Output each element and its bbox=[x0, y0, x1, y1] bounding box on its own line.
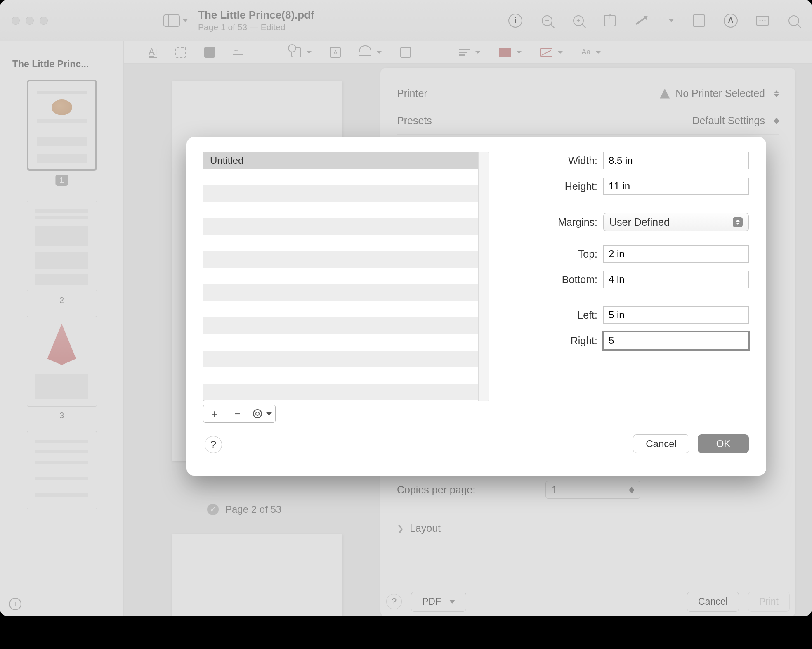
paper-size-dialog: Untitled + − Width: Height: Margins: bbox=[186, 137, 766, 476]
right-margin-field[interactable] bbox=[603, 332, 749, 349]
top-label: Top: bbox=[504, 248, 603, 260]
list-scrollbar[interactable] bbox=[478, 152, 489, 401]
height-field[interactable] bbox=[603, 178, 749, 195]
left-label: Left: bbox=[504, 309, 603, 321]
width-label: Width: bbox=[504, 155, 603, 167]
gear-icon bbox=[253, 409, 262, 418]
paper-size-list[interactable]: Untitled bbox=[203, 152, 489, 401]
app-window: The Little Prince(8).pdf Page 1 of 53 — … bbox=[0, 0, 812, 616]
updown-icon bbox=[733, 217, 743, 227]
cancel-button[interactable]: Cancel bbox=[633, 434, 689, 453]
dialog-separator bbox=[203, 428, 749, 428]
top-margin-field[interactable] bbox=[603, 245, 749, 263]
margins-label: Margins: bbox=[504, 216, 603, 228]
margins-value: User Defined bbox=[609, 216, 670, 228]
size-options-button[interactable] bbox=[249, 405, 276, 423]
list-edit-buttons: + − bbox=[203, 405, 276, 423]
help-icon[interactable]: ? bbox=[205, 436, 222, 453]
width-field[interactable] bbox=[603, 152, 749, 169]
chevron-down-icon bbox=[266, 412, 272, 415]
ok-button[interactable]: OK bbox=[698, 434, 749, 453]
bottom-label: Bottom: bbox=[504, 274, 603, 286]
remove-size-button[interactable]: − bbox=[226, 405, 249, 423]
add-size-button[interactable]: + bbox=[203, 405, 226, 423]
left-margin-field[interactable] bbox=[603, 306, 749, 324]
list-item[interactable]: Untitled bbox=[203, 152, 489, 169]
margins-selector[interactable]: User Defined bbox=[603, 213, 749, 231]
right-label: Right: bbox=[504, 335, 603, 347]
height-label: Height: bbox=[504, 180, 603, 192]
paper-size-form: Width: Height: Margins: User Defined Top… bbox=[504, 152, 749, 358]
bottom-margin-field[interactable] bbox=[603, 271, 749, 288]
